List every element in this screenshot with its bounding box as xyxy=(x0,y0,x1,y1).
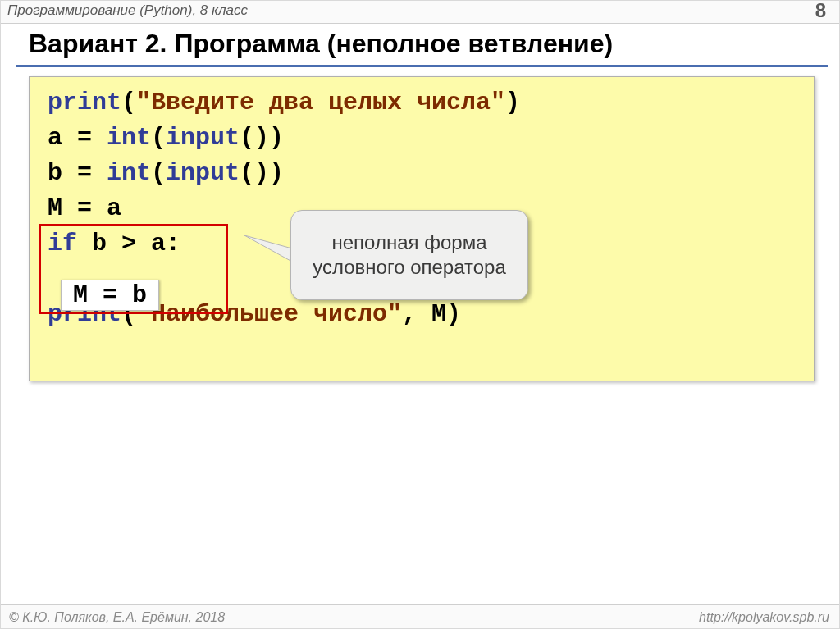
tok-string: "Введите два целых числа" xyxy=(136,89,505,116)
tok-if: if xyxy=(48,230,77,258)
slide: Программирование (Python), 8 класс 8 Вар… xyxy=(0,0,840,629)
tok-string: "Наибольшее число" xyxy=(136,300,402,328)
page-number: 8 xyxy=(815,0,826,22)
header-bar: Программирование (Python), 8 класс 8 xyxy=(1,1,839,24)
callout-text: неполная форма условного оператора xyxy=(301,230,518,280)
svg-marker-0 xyxy=(244,235,292,262)
tok-print: print xyxy=(48,89,121,116)
title-underline xyxy=(16,65,828,67)
footer-bar: © К.Ю. Поляков, Е.А. Ерёмин, 2018 http:/… xyxy=(1,604,839,628)
footer-copyright: © К.Ю. Поляков, Е.А. Ерёмин, 2018 xyxy=(9,610,225,625)
header-course: Программирование (Python), 8 класс xyxy=(7,2,248,19)
slide-title: Вариант 2. Программа (неполное ветвление… xyxy=(29,29,613,59)
code-body-box: M = b xyxy=(61,280,159,311)
footer-url: http://kpolyakov.spb.ru xyxy=(699,610,829,625)
callout-box: неполная форма условного оператора xyxy=(290,210,528,300)
